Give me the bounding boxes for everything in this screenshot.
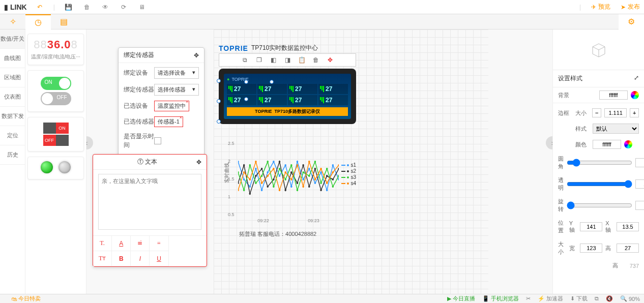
props-title: 设置样式 [558, 74, 582, 83]
widget-toggle[interactable]: ON OFF [27, 70, 84, 112]
border-color-picker[interactable] [624, 140, 632, 148]
line-height-icon[interactable]: ≡̇ [131, 236, 150, 251]
widget-switch-square[interactable]: ON OFF [27, 117, 84, 152]
bold-icon[interactable]: B [112, 251, 131, 266]
svg-point-65 [302, 186, 304, 188]
device-mockup[interactable]: TOPRIE TP710实时数据监控中心 ⧉ ❐ ◧ ◨ 📋 🗑 ✥ [219, 44, 356, 124]
widget-digit[interactable]: 8836.08 温度/湿度/电流/电压··· [27, 34, 84, 65]
svg-point-33 [326, 175, 328, 177]
status-accel[interactable]: ⚡ 加速器 [538, 295, 563, 302]
svg-point-37 [243, 189, 245, 191]
status-scissors-icon[interactable]: ✂ [526, 295, 531, 302]
radius-slider[interactable] [567, 159, 632, 167]
status-left[interactable]: 🛍 今日特卖 [11, 295, 41, 302]
cat-history[interactable]: 历史 [0, 145, 25, 165]
status-zoom[interactable]: 🔍 90% [620, 295, 640, 302]
preview-button[interactable]: ✈ 预览 [591, 3, 610, 11]
scroll-right-button[interactable]: › [546, 136, 552, 149]
border-style-select[interactable]: 默认 [593, 124, 639, 134]
width-input[interactable] [580, 244, 602, 253]
save-icon[interactable]: 💾 [64, 3, 73, 12]
text-input[interactable] [98, 174, 201, 230]
duplicate-icon[interactable]: ❐ [255, 56, 263, 64]
status-mute-icon[interactable]: 🔇 [606, 295, 613, 302]
expand-icon[interactable]: ⤢ [634, 74, 639, 83]
canvas[interactable]: ‹ 绑定传感器✥ 绑定设备请选择设备▾ 绑定传感器选择传感器▾ 已选设备温度监控… [86, 29, 552, 294]
cat-area-chart[interactable]: 区域图 [0, 68, 25, 87]
bg-color-input[interactable] [599, 90, 628, 100]
border-color-input[interactable] [593, 140, 621, 149]
svg-point-5 [267, 171, 269, 173]
svg-point-28 [297, 182, 299, 184]
opacity-input[interactable] [635, 179, 644, 189]
underline-icon[interactable]: U [150, 251, 168, 266]
status-pip-icon[interactable]: ⧉ [595, 295, 599, 302]
realtime-chart[interactable]: 实时曲线 0.511.522.5 s1 s2 s3 s4 09:2209:23 [224, 144, 356, 225]
rotate-slider[interactable] [567, 201, 632, 209]
bg-color-picker[interactable] [631, 91, 639, 99]
pos-x-input[interactable] [617, 222, 639, 231]
view-icon[interactable]: 👁 [101, 3, 110, 12]
drag-move-icon[interactable]: ✥ [326, 56, 334, 64]
widget-led[interactable] [27, 157, 84, 179]
cat-gauge[interactable]: 仪表图 [0, 87, 25, 107]
back-icon[interactable]: ↶ [35, 3, 44, 12]
pos-y-input[interactable] [580, 222, 602, 231]
send-back-icon[interactable]: ◨ [283, 56, 291, 64]
scroll-left-button[interactable]: ‹ [86, 136, 93, 149]
svg-point-61 [279, 189, 281, 191]
svg-point-70 [332, 171, 334, 173]
selected-device-tag[interactable]: 温度监控中× [154, 101, 189, 111]
radius-input[interactable] [635, 158, 644, 167]
status-download[interactable]: ⬇ 下载 [570, 295, 588, 302]
svg-point-57 [255, 161, 257, 163]
logo: ▮LINK [4, 3, 27, 11]
mode-components-icon[interactable]: ✧ [0, 14, 25, 29]
settings-tab-icon[interactable]: ⚙ [619, 14, 644, 29]
border-size-minus[interactable]: − [592, 108, 601, 117]
devices-icon[interactable]: 🖥 [137, 3, 147, 12]
font-color-icon[interactable]: A [112, 236, 131, 251]
delete-icon[interactable]: 🗑 [82, 3, 92, 12]
text-panel[interactable]: Ⓣ 文本✥ T. A ≡̇ ≡ Tᴛ B I U [93, 154, 207, 267]
show-time-checkbox[interactable] [154, 137, 161, 144]
status-mobile[interactable]: 📱 手机浏览器 [482, 295, 519, 302]
opacity-slider[interactable] [567, 180, 632, 188]
publish-button[interactable]: ➤ 发布 [621, 3, 640, 11]
status-live[interactable]: ▶ 今日直播 [447, 295, 475, 302]
italic-icon[interactable]: I [131, 251, 150, 266]
svg-point-29 [302, 164, 304, 166]
svg-point-51 [326, 168, 328, 170]
align-icon[interactable]: ≡ [150, 236, 168, 251]
font-family-icon[interactable]: Tᴛ [93, 251, 112, 266]
move-icon[interactable]: ✥ [196, 159, 201, 166]
svg-point-54 [238, 189, 239, 191]
cat-data-push[interactable]: 数据下发 [0, 107, 25, 126]
height-input[interactable] [617, 244, 639, 253]
selected-sensor-tag[interactable]: 传感器-1× [154, 116, 183, 127]
svg-point-50 [320, 182, 322, 184]
svg-point-44 [284, 178, 286, 180]
bind-sensor-select[interactable]: 选择传感器▾ [154, 84, 199, 96]
mode-layers-icon[interactable]: ▤ [51, 14, 76, 29]
copy-icon[interactable]: ⧉ [241, 56, 249, 64]
border-size-input[interactable] [604, 108, 627, 117]
svg-point-25 [279, 161, 281, 163]
refresh-icon[interactable]: ⟳ [119, 3, 128, 12]
cat-line-chart[interactable]: 曲线图 [0, 49, 25, 68]
bring-front-icon[interactable]: ◧ [269, 56, 277, 64]
bind-sensor-panel[interactable]: 绑定传感器✥ 绑定设备请选择设备▾ 绑定传感器选择传感器▾ 已选设备温度监控中×… [118, 47, 204, 159]
mode-canvas-icon[interactable]: ◷ [25, 14, 51, 29]
cat-location[interactable]: 定位 [0, 126, 25, 145]
cat-value-switch[interactable]: 数值/开关 [0, 29, 25, 49]
bind-device-select[interactable]: 请选择设备▾ [154, 67, 199, 79]
chart-footer-text: 拓普瑞 客服电话：4000428882 [239, 230, 316, 238]
move-icon[interactable]: ✥ [194, 52, 199, 59]
trash-icon[interactable]: 🗑 [312, 56, 320, 64]
paste-icon[interactable]: 📋 [298, 56, 306, 64]
svg-point-66 [308, 161, 310, 163]
border-size-plus[interactable]: + [630, 108, 639, 117]
rotate-input[interactable] [635, 201, 644, 210]
svg-point-17 [338, 178, 339, 180]
font-size-large-icon[interactable]: T. [93, 236, 112, 251]
